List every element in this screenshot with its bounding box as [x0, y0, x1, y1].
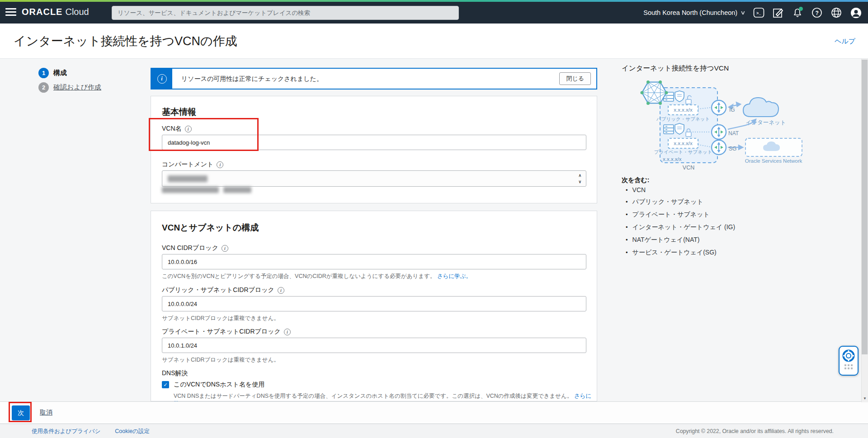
help-icon[interactable]: ?: [811, 7, 823, 19]
service-gateway-icon: [712, 140, 726, 155]
topbar: ORACLECloud South Korea North (Chuncheon…: [0, 0, 868, 24]
basic-info-title: 基本情報: [162, 106, 196, 118]
page-footer: 使用条件およびプライバシ Cookieの設定 Copyright © 2022,…: [0, 424, 868, 438]
cloud-shell-icon[interactable]: >_: [753, 7, 764, 19]
next-button[interactable]: 次: [12, 405, 30, 420]
svg-text:VCN: VCN: [683, 165, 694, 171]
cookie-settings-link[interactable]: Cookieの設定: [115, 428, 150, 435]
svg-text:パブリック・サブネット: パブリック・サブネット: [656, 116, 710, 122]
info-icon[interactable]: i: [185, 126, 192, 132]
terms-privacy-link[interactable]: 使用条件およびプライバシ: [32, 428, 100, 435]
logo-oracle-text: ORACLE: [22, 7, 62, 17]
svg-text:プライベート・サブネット: プライベート・サブネット: [654, 149, 712, 155]
dns-hostnames-checkbox-row: ✓ このVCNでDNSホスト名を使用: [162, 381, 264, 389]
compartment-path-redacted: [162, 187, 251, 193]
internet-cloud-icon: [743, 98, 778, 117]
private-subnet-shield-icon: [675, 123, 684, 134]
learn-more-link[interactable]: さらに学ぶ。: [437, 273, 472, 279]
private-subnet-cidr-help: サブネットCIDRブロックは重複できません。: [162, 356, 279, 364]
chevron-down-icon: ∨: [740, 9, 745, 16]
dots-grid-icon: [844, 364, 853, 369]
compartment-select[interactable]: ∧∨: [162, 170, 586, 187]
step-label: 確認および作成: [53, 83, 101, 92]
topbar-actions: South Korea North (Chuncheon) ∨ >_ ?: [643, 2, 862, 24]
cancel-link[interactable]: 取消: [40, 409, 52, 417]
includes-title: 次を含む:: [622, 176, 649, 184]
info-icon[interactable]: i: [284, 329, 291, 335]
vcn-subnet-config-title: VCNとサブネットの構成: [162, 222, 259, 234]
public-subnet-shield-icon: [675, 91, 684, 102]
notification-badge: [799, 7, 803, 11]
select-caret-icons: ∧∨: [578, 172, 581, 185]
side-panel-title: インターネット接続性を持つVCN: [622, 64, 729, 73]
dns-resolution-label: DNS解決: [162, 369, 188, 377]
svg-text:x.x.x.x/x: x.x.x.x/x: [663, 156, 682, 162]
list-item: •NATゲートウェイ(NAT): [626, 236, 735, 244]
scrollbar-thumb[interactable]: [862, 60, 868, 354]
copyright-text: Copyright © 2022, Oracle and/or its affi…: [676, 428, 834, 434]
logo-cloud-text: Cloud: [65, 7, 89, 17]
info-icon[interactable]: i: [222, 245, 228, 252]
public-subnet-cidr-input[interactable]: [162, 296, 586, 311]
dns-hostnames-checkbox-label: このVCNでDNSホスト名を使用: [174, 381, 264, 389]
resource-availability-banner: i リソースの可用性は正常にチェックされました。 閉じる: [151, 68, 597, 89]
vcn-cidr-label: VCN CIDRブロック i: [162, 244, 228, 252]
stepper-step-configuration[interactable]: 1 構成: [38, 68, 101, 78]
svg-text:x.x.x.x/x: x.x.x.x/x: [674, 141, 693, 146]
info-icon[interactable]: i: [278, 287, 284, 294]
page-header: インターネット接続性を持つVCNの作成 ヘルプ: [0, 24, 868, 59]
internet-gateway-icon: [712, 100, 726, 115]
banner-close-button[interactable]: 閉じる: [559, 72, 591, 85]
list-item: •インターネット・ゲートウェイ (IG): [626, 223, 735, 231]
notifications-bell-icon[interactable]: [792, 7, 803, 19]
private-subnet-cidr-label: プライベート・サブネットCIDRブロック i: [162, 328, 291, 336]
vcn-subnet-config-card: VCNとサブネットの構成 VCN CIDRブロック i このVCNを別のVCNと…: [151, 211, 597, 401]
help-link[interactable]: ヘルプ: [835, 37, 855, 46]
vcn-cidr-help: このVCNを別のVCNとピアリングする予定の場合、VCNのCIDRが重複しないよ…: [162, 273, 472, 280]
page-title: インターネット接続性を持つVCNの作成: [14, 33, 237, 49]
private-subnet-cidr-input[interactable]: [162, 338, 586, 353]
region-selector[interactable]: South Korea North (Chuncheon) ∨: [643, 9, 745, 16]
wizard-stepper: 1 構成 2 確認および作成: [38, 68, 101, 97]
list-item: •プライベート・サブネット: [626, 211, 735, 219]
globe-language-icon[interactable]: [830, 7, 842, 19]
list-item: •パブリック・サブネット: [626, 198, 735, 206]
dns-hostnames-checkbox[interactable]: ✓: [162, 381, 169, 388]
vcn-name-input[interactable]: [162, 135, 586, 150]
banner-message: リソースの可用性は正常にチェックされました。: [181, 75, 323, 83]
list-item: •サービス・ゲートウェイ(SG): [626, 249, 735, 257]
global-search-input[interactable]: [112, 6, 459, 20]
user-avatar[interactable]: [850, 7, 862, 19]
compartment-value-redacted: [168, 175, 208, 182]
hamburger-menu-icon[interactable]: [5, 8, 16, 16]
vertical-scrollbar[interactable]: ▼: [861, 59, 868, 402]
public-subnet-cidr-help: サブネットCIDRブロックは重複できません。: [162, 315, 279, 322]
life-ring-icon: [842, 349, 855, 362]
svg-text:SG: SG: [729, 146, 736, 152]
svg-text:IG: IG: [729, 107, 735, 113]
info-icon[interactable]: i: [217, 161, 223, 168]
edit-announcements-icon[interactable]: [772, 7, 784, 19]
support-launcher-button[interactable]: [839, 346, 859, 376]
region-label: South Korea North (Chuncheon): [643, 9, 737, 16]
list-item: •VCN: [626, 186, 735, 193]
stepper-step-review-create[interactable]: 2 確認および作成: [38, 82, 101, 93]
svg-text:?: ?: [816, 10, 819, 16]
scrollbar-down-arrow[interactable]: ▼: [862, 395, 868, 402]
public-subnet-cidr-label: パブリック・サブネットCIDRブロック i: [162, 286, 284, 294]
svg-text:NAT: NAT: [728, 130, 739, 137]
info-banner-badge: i: [151, 69, 172, 89]
oracle-cloud-logo[interactable]: ORACLECloud: [22, 7, 89, 17]
private-subnet-server-icon: [664, 125, 674, 134]
vcn-cidr-input[interactable]: [162, 254, 586, 269]
vcn-architecture-diagram: x.x.x.x/x パブリック・サブネット x.x.x.x/x プライベート・サ…: [620, 76, 826, 174]
nat-gateway-icon: [712, 125, 726, 139]
step-number-badge: 1: [38, 68, 49, 78]
step-label: 構成: [53, 69, 67, 77]
svg-text:x.x.x.x/x: x.x.x.x/x: [674, 107, 693, 113]
info-icon: i: [157, 74, 167, 84]
vcn-name-label: VCN名 i: [162, 125, 192, 133]
svg-text:>_: >_: [756, 11, 761, 15]
compartment-label: コンパートメント i: [162, 160, 223, 169]
basic-info-card: 基本情報 VCN名 i コンパートメント i ∧∨: [151, 96, 597, 203]
